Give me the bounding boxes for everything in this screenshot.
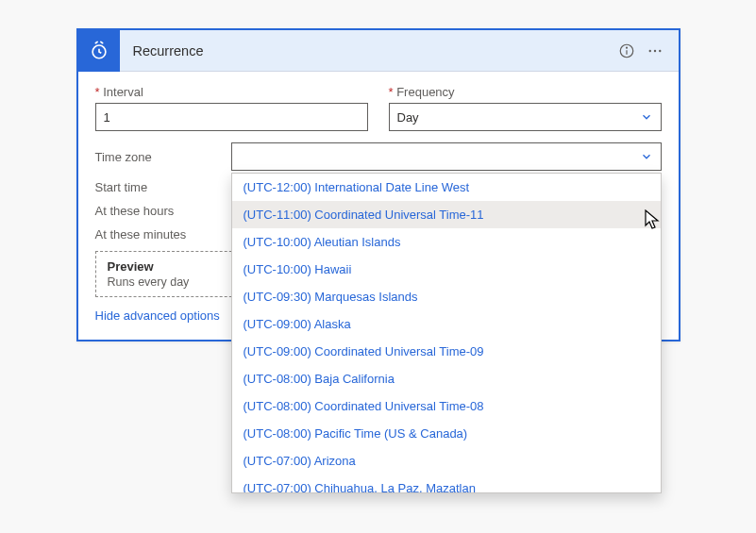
timezone-select[interactable] — [231, 142, 662, 171]
timezone-option[interactable]: (UTC-10:00) Hawaii — [232, 256, 661, 283]
more-button[interactable] — [641, 37, 669, 65]
preview-subtitle: Runs every day — [108, 275, 234, 289]
chevron-down-icon — [640, 150, 653, 163]
svg-point-3 — [626, 47, 627, 48]
timezone-option[interactable]: (UTC-12:00) International Date Line West — [232, 174, 661, 201]
card-title: Recurrence — [133, 43, 613, 58]
hide-advanced-link[interactable]: Hide advanced options — [95, 308, 220, 323]
timezone-option[interactable]: (UTC-08:00) Baja California — [232, 365, 661, 392]
preview-box: Preview Runs every day — [95, 251, 246, 297]
hours-label: At these hours — [95, 204, 218, 218]
timezone-dropdown[interactable]: (UTC-12:00) International Date Line West… — [231, 173, 662, 493]
card-header: Recurrence — [78, 30, 679, 72]
starttime-label: Start time — [95, 180, 218, 194]
interval-field: Interval — [95, 85, 368, 131]
timezone-option[interactable]: (UTC-09:30) Marquesas Islands — [232, 283, 661, 310]
timezone-option[interactable]: (UTC-11:00) Coordinated Universal Time-1… — [232, 201, 661, 228]
frequency-select[interactable]: Day — [389, 103, 662, 131]
info-button[interactable] — [613, 37, 641, 65]
frequency-field: Frequency Day — [389, 85, 662, 131]
timezone-option[interactable]: (UTC-09:00) Coordinated Universal Time-0… — [232, 338, 661, 365]
svg-point-5 — [653, 49, 655, 51]
interval-label: Interval — [95, 85, 368, 99]
minutes-label: At these minutes — [95, 227, 218, 242]
preview-title: Preview — [108, 259, 234, 274]
timezone-option[interactable]: (UTC-07:00) Arizona — [232, 447, 661, 475]
svg-point-4 — [648, 49, 650, 51]
timezone-label: Time zone — [95, 150, 218, 164]
interval-input[interactable] — [95, 103, 368, 131]
recurrence-card: Recurrence Interval Frequency Day — [76, 28, 680, 341]
timezone-option[interactable]: (UTC-08:00) Pacific Time (US & Canada) — [232, 420, 661, 447]
card-body: Interval Frequency Day Time zone — [78, 72, 679, 340]
chevron-down-icon — [640, 110, 653, 124]
recurrence-icon — [78, 30, 120, 72]
frequency-label: Frequency — [389, 85, 662, 99]
timezone-option[interactable]: (UTC-08:00) Coordinated Universal Time-0… — [232, 392, 661, 420]
frequency-value: Day — [397, 110, 419, 125]
svg-point-6 — [659, 49, 661, 51]
timezone-option[interactable]: (UTC-10:00) Aleutian Islands — [232, 228, 661, 256]
timezone-option[interactable]: (UTC-09:00) Alaska — [232, 310, 661, 338]
timezone-option[interactable]: (UTC-07:00) Chihuahua, La Paz, Mazatlan — [232, 475, 661, 493]
